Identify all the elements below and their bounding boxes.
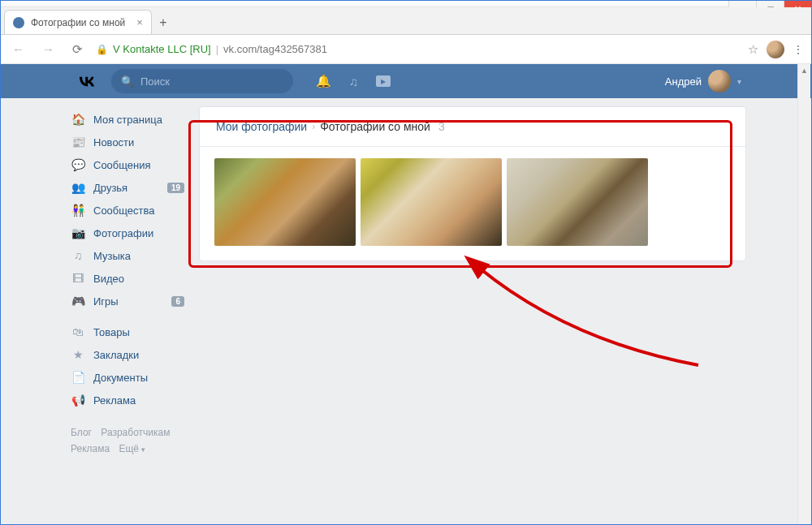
footer-more-link[interactable]: Ещё — [119, 443, 145, 454]
sidebar-item-video[interactable]: 🎞Видео — [66, 267, 188, 290]
news-icon: 📰 — [71, 135, 85, 149]
music-player-icon[interactable]: ♫ — [349, 75, 358, 88]
header-search[interactable]: 🔍 Поиск — [111, 69, 293, 93]
sidebar-item-news[interactable]: 📰Новости — [66, 131, 188, 153]
music-icon: ♫ — [71, 248, 85, 263]
photo-thumbnail[interactable] — [361, 158, 502, 246]
docs-icon: 📄 — [71, 370, 85, 385]
url-company: V Kontakte LLC [RU] — [113, 43, 211, 55]
footer-devs-link[interactable]: Разработчикам — [101, 427, 170, 438]
fav-icon: ★ — [71, 347, 85, 362]
sidebar-badge: 6 — [171, 296, 184, 307]
home-icon: 🏠 — [71, 112, 85, 127]
sidebar-item-label: Документы — [93, 372, 148, 384]
address-bar[interactable]: 🔒 V Kontakte LLC [RU] | vk.com/tag432567… — [96, 43, 740, 55]
search-icon: 🔍 — [121, 75, 134, 88]
photo-thumbnail[interactable] — [507, 158, 648, 246]
nav-reload-button[interactable]: ⟳ — [67, 39, 88, 60]
vk-favicon — [13, 17, 24, 28]
breadcrumb: Мои фотографии › Фотографии со мной 3 — [200, 107, 745, 147]
chevron-right-icon: › — [312, 121, 315, 132]
footer-ads-link[interactable]: Реклама — [71, 443, 110, 454]
footer-blog-link[interactable]: Блог — [71, 427, 92, 438]
sidebar-item-label: Видео — [93, 273, 124, 285]
nav-back-button[interactable]: ← — [7, 39, 29, 59]
sidebar-item-home[interactable]: 🏠Моя страница — [66, 108, 188, 131]
friends-icon: 👥 — [71, 180, 85, 195]
browser-menu-button[interactable]: ⋮ — [793, 43, 805, 56]
bookmark-star-icon[interactable]: ☆ — [748, 42, 758, 57]
sidebar-item-label: Музыка — [93, 250, 131, 262]
sidebar-item-groups[interactable]: 👫Сообщества — [66, 199, 188, 222]
sidebar-item-label: Друзья — [93, 182, 127, 194]
tab-close-button[interactable]: × — [136, 16, 143, 28]
scrollbar[interactable]: ▲ — [797, 64, 810, 523]
tab-title: Фотографии со мной — [31, 17, 125, 28]
groups-icon: 👫 — [71, 203, 85, 217]
sidebar-item-friends[interactable]: 👥Друзья19 — [66, 176, 188, 199]
sidebar-item-label: Сообщества — [93, 204, 155, 217]
lock-icon: 🔒 — [96, 44, 108, 55]
sidebar-item-label: Игры — [93, 295, 119, 308]
sidebar-item-fav[interactable]: ★Закладки — [66, 343, 188, 366]
breadcrumb-current: Фотографии со мной — [320, 120, 430, 133]
scroll-up-icon[interactable]: ▲ — [798, 64, 810, 77]
notifications-icon[interactable]: 🔔 — [316, 74, 331, 88]
nav-forward-button[interactable]: → — [37, 39, 59, 59]
vk-logo[interactable] — [76, 70, 98, 93]
sidebar-item-label: Товары — [93, 326, 130, 338]
video-icon: 🎞 — [71, 271, 85, 286]
photo-thumbnail[interactable] — [214, 158, 356, 246]
market-icon: 🛍 — [71, 325, 85, 339]
play-button-icon[interactable]: ▶ — [376, 75, 391, 87]
sidebar-item-label: Сообщения — [93, 159, 151, 171]
sidebar-item-games[interactable]: 🎮Игры6 — [66, 290, 188, 312]
msg-icon: 💬 — [71, 157, 85, 172]
browser-tab[interactable]: Фотографии со мной × — [4, 10, 152, 34]
sidebar-item-ads[interactable]: 📢Реклама — [66, 389, 188, 411]
search-placeholder: Поиск — [140, 75, 170, 88]
games-icon: 🎮 — [71, 294, 85, 308]
photos-panel: Мои фотографии › Фотографии со мной 3 — [199, 106, 746, 261]
header-user-menu[interactable]: Андрей ▾ — [665, 70, 741, 93]
new-tab-button[interactable]: + — [152, 11, 175, 34]
sidebar-item-docs[interactable]: 📄Документы — [66, 366, 188, 389]
sidebar-item-label: Моя страница — [93, 114, 162, 126]
tab-strip: Фотографии со мной × + — [1, 7, 811, 35]
profile-avatar-button[interactable] — [767, 41, 784, 58]
sidebar-item-music[interactable]: ♫Музыка — [66, 244, 188, 267]
photo-count: 3 — [438, 120, 445, 133]
sidebar-item-label: Реклама — [93, 394, 136, 407]
sidebar-item-msg[interactable]: 💬Сообщения — [66, 153, 188, 176]
breadcrumb-root-link[interactable]: Мои фотографии — [216, 120, 307, 133]
header-avatar — [708, 70, 731, 93]
header-username: Андрей — [665, 75, 702, 88]
ads-icon: 📢 — [71, 393, 85, 407]
sidebar-item-label: Новости — [93, 136, 134, 148]
sidebar-badge: 19 — [167, 183, 184, 193]
photo-icon: 📷 — [71, 226, 85, 240]
sidebar-item-label: Закладки — [93, 349, 139, 361]
window-titlebar — [1, 1, 811, 7]
sidebar-item-label: Фотографии — [93, 227, 153, 239]
sidebar: 🏠Моя страница📰Новости💬Сообщения👥Друзья19… — [66, 106, 188, 524]
sidebar-footer: Блог Разработчикам Реклама Ещё — [66, 424, 188, 458]
sidebar-item-market[interactable]: 🛍Товары — [66, 321, 188, 343]
chevron-down-icon: ▾ — [737, 77, 741, 86]
sidebar-item-photo[interactable]: 📷Фотографии — [66, 222, 188, 244]
url-text: vk.com/tag432567381 — [223, 43, 327, 55]
